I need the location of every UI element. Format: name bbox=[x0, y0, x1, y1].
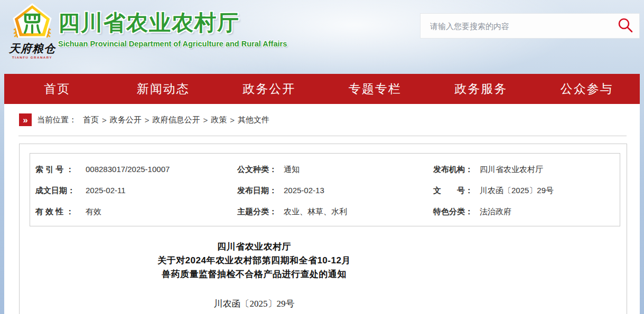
emblem-wrap: 天府粮仓 TIANFU GRANARY bbox=[11, 3, 54, 59]
page-body: » 当前位置： 首页 > 政务公开 > 政府信息公开 > 政策 > 其他文件 索… bbox=[4, 104, 640, 314]
breadcrumb: » 当前位置： 首页 > 政务公开 > 政府信息公开 > 政策 > 其他文件 bbox=[4, 104, 640, 136]
nav-item-topics[interactable]: 专题专栏 bbox=[322, 74, 428, 104]
meta-value: 法治政府 bbox=[480, 207, 511, 217]
site-title: 四川省农业农村厅 bbox=[58, 8, 287, 37]
meta-label: 成文日期： bbox=[35, 186, 86, 196]
site-header: 天府粮仓 TIANFU GRANARY 四川省农业农村厅 Sichuan Pro… bbox=[0, 0, 644, 74]
granary-seal-text: 天府粮仓 bbox=[9, 41, 55, 56]
document-title-line: 兽药质量监督抽检不合格产品进行查处的通知 bbox=[30, 268, 479, 281]
main-nav: 首页 新闻动态 政务公开 专题专栏 政务服务 公众参与 bbox=[4, 74, 640, 104]
document-number: 川农函〔2025〕29号 bbox=[30, 298, 479, 310]
meta-row: 索 引 号 ： 008283017/2025-10007 公文种类： 通知 发布… bbox=[30, 159, 620, 180]
meta-cell-issuing-agency: 发布机构： 四川省农业农村厅 bbox=[433, 165, 620, 175]
meta-label: 特色分类： bbox=[433, 207, 480, 217]
breadcrumb-divider bbox=[18, 136, 627, 136]
breadcrumb-label: 当前位置： bbox=[37, 115, 77, 125]
meta-value: 农业、林草、水利 bbox=[284, 207, 347, 217]
meta-value: 2025-02-11 bbox=[86, 186, 126, 196]
nav-item-home[interactable]: 首页 bbox=[4, 74, 110, 104]
breadcrumb-item-gov-open[interactable]: 政务公开 bbox=[110, 115, 142, 125]
breadcrumb-separator: > bbox=[230, 116, 235, 125]
breadcrumb-item-other-docs[interactable]: 其他文件 bbox=[238, 115, 269, 125]
meta-label: 发布机构： bbox=[433, 165, 480, 175]
nav-item-news[interactable]: 新闻动态 bbox=[110, 74, 217, 104]
document-title-line: 四川省农业农村厅 bbox=[30, 240, 479, 254]
meta-value: 通知 bbox=[284, 165, 300, 175]
site-title-en: Sichuan Provincial Department of Agricul… bbox=[58, 40, 287, 48]
meta-row: 有 效 性 ： 有效 主题分类： 农业、林草、水利 特色分类： 法治政府 bbox=[30, 201, 620, 222]
breadcrumb-item-policy[interactable]: 政策 bbox=[211, 115, 227, 125]
breadcrumb-item-home[interactable]: 首页 bbox=[83, 115, 99, 125]
meta-cell-validity: 有 效 性 ： 有效 bbox=[30, 207, 237, 217]
meta-label: 索 引 号 ： bbox=[35, 165, 86, 175]
meta-value: 川农函〔2025〕29号 bbox=[480, 186, 554, 196]
meta-cell-index-number: 索 引 号 ： 008283017/2025-10007 bbox=[30, 165, 237, 175]
granary-emblem-icon bbox=[12, 3, 53, 42]
article-body: 四川省农业农村厅 关于对2024年农业农村部第四期和全省10-12月 兽药质量监… bbox=[30, 240, 479, 310]
meta-row: 成文日期： 2025-02-11 发布日期： 2025-02-13 文 号： 川… bbox=[30, 180, 620, 201]
document-container: 索 引 号 ： 008283017/2025-10007 公文种类： 通知 发布… bbox=[19, 144, 627, 314]
breadcrumb-separator: > bbox=[145, 116, 150, 125]
double-chevron-right-icon: » bbox=[19, 113, 32, 126]
meta-label: 主题分类： bbox=[237, 207, 284, 217]
meta-value: 2025-02-13 bbox=[284, 186, 324, 196]
meta-cell-doc-type: 公文种类： 通知 bbox=[237, 165, 433, 175]
meta-value: 有效 bbox=[86, 207, 101, 217]
meta-label: 文 号： bbox=[433, 186, 480, 196]
meta-value: 008283017/2025-10007 bbox=[86, 165, 170, 175]
site-logo[interactable]: 天府粮仓 TIANFU GRANARY 四川省农业农村厅 Sichuan Pro… bbox=[11, 3, 287, 59]
document-meta-table: 索 引 号 ： 008283017/2025-10007 公文种类： 通知 发布… bbox=[30, 153, 620, 226]
nav-item-gov-open[interactable]: 政务公开 bbox=[216, 74, 322, 104]
nav-item-services[interactable]: 政务服务 bbox=[428, 74, 534, 104]
meta-cell-written-date: 成文日期： 2025-02-11 bbox=[30, 186, 237, 196]
meta-value: 四川省农业农村厅 bbox=[480, 165, 543, 175]
meta-cell-topic-category: 主题分类： 农业、林草、水利 bbox=[237, 207, 433, 217]
meta-label: 有 效 性 ： bbox=[35, 207, 86, 217]
search-box bbox=[420, 13, 640, 39]
meta-label: 公文种类： bbox=[237, 165, 284, 175]
site-names: 四川省农业农村厅 Sichuan Provincial Department o… bbox=[58, 3, 287, 48]
meta-label: 发布日期： bbox=[237, 186, 284, 196]
breadcrumb-item-gov-info[interactable]: 政府信息公开 bbox=[153, 115, 200, 125]
meta-cell-feature-category: 特色分类： 法治政府 bbox=[433, 207, 620, 217]
breadcrumb-separator: > bbox=[102, 116, 107, 125]
page: 天府粮仓 TIANFU GRANARY 四川省农业农村厅 Sichuan Pro… bbox=[0, 0, 644, 314]
granary-seal-text-en: TIANFU GRANARY bbox=[12, 56, 52, 59]
search-button[interactable] bbox=[612, 14, 639, 38]
breadcrumb-separator: > bbox=[203, 116, 208, 125]
meta-cell-doc-number: 文 号： 川农函〔2025〕29号 bbox=[433, 186, 620, 196]
search-input[interactable] bbox=[421, 14, 612, 38]
meta-cell-publish-date: 发布日期： 2025-02-13 bbox=[237, 186, 433, 196]
document-title-line: 关于对2024年农业农村部第四期和全省10-12月 bbox=[30, 254, 479, 268]
content-column: 首页 新闻动态 政务公开 专题专栏 政务服务 公众参与 » 当前位置： 首页 >… bbox=[4, 74, 640, 314]
nav-item-participation[interactable]: 公众参与 bbox=[534, 74, 640, 104]
search-icon bbox=[618, 17, 633, 35]
